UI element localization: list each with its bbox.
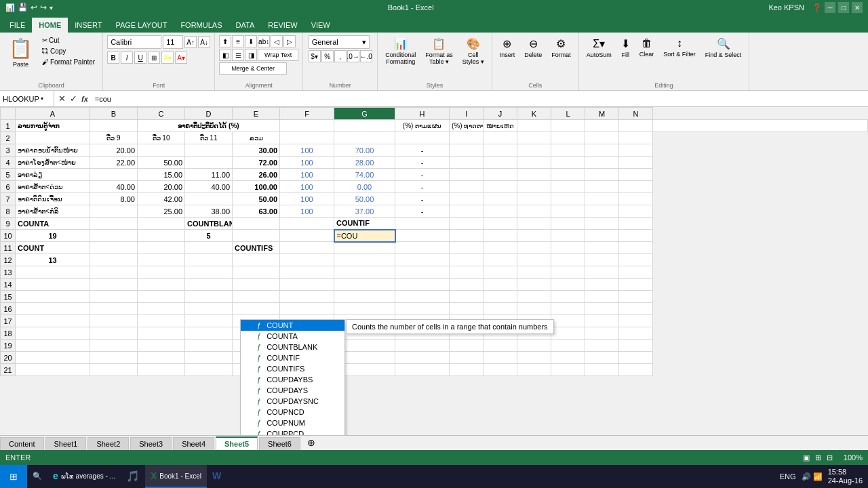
sort-filter-btn[interactable]: ↕ Sort & Filter [660, 35, 699, 60]
cell-L2[interactable] [551, 132, 585, 144]
cell-L3[interactable] [551, 144, 585, 157]
cell-F2[interactable] [280, 132, 334, 144]
sheet-tab-sheet3[interactable]: Sheet3 [130, 437, 172, 450]
align-bottom-btn[interactable]: ⬇ [245, 35, 257, 47]
cell-A8[interactable]: ອາຄາສ້ຳຕ<ກ​ໍ​ລິ [16, 205, 90, 218]
cell-M3[interactable] [585, 144, 619, 157]
cell-E1[interactable] [334, 120, 395, 132]
cell-F4[interactable]: 100 [280, 157, 334, 169]
cell-J4[interactable] [484, 157, 517, 169]
format-btn[interactable]: ⚙ Format [548, 35, 574, 60]
cell-D3[interactable] [185, 144, 233, 157]
cell-C10[interactable] [138, 230, 185, 242]
cell-J6[interactable] [484, 181, 517, 193]
cell-C2[interactable]: ຕື່ວ 10 [138, 132, 185, 144]
autocomplete-item-countblank[interactable]: ƒ COUNTBLANK [241, 342, 344, 352]
col-E-header[interactable]: E [233, 108, 280, 120]
cell-I2[interactable] [450, 132, 484, 144]
cell-I11[interactable] [450, 242, 484, 254]
border-button[interactable]: ⊞ [148, 52, 160, 64]
cell-E4[interactable]: 72.00 [233, 157, 280, 169]
sheet-tab-sheet1[interactable]: Sheet1 [45, 437, 87, 450]
cell-A10[interactable]: 19 [16, 230, 90, 242]
cell-I9[interactable] [450, 218, 484, 230]
autocomplete-item-coupncd[interactable]: ƒ COUPNCD [241, 407, 344, 418]
format-painter-button[interactable]: 🖌 Format Painter [39, 57, 98, 67]
col-B-header[interactable]: B [90, 108, 138, 120]
cell-B3[interactable]: 20.00 [90, 144, 138, 157]
find-select-btn[interactable]: 🔍 Find & Select [702, 35, 745, 60]
cell-C6[interactable]: 20.00 [138, 181, 185, 193]
font-increase-btn[interactable]: A↑ [184, 36, 197, 48]
align-right-btn[interactable]: ◨ [245, 49, 257, 61]
autocomplete-item-coupnum[interactable]: ƒ COUPNUM [241, 418, 344, 428]
normal-view-btn[interactable]: ▣ [803, 453, 810, 462]
sheet-tab-sheet2[interactable]: Sheet2 [87, 437, 129, 450]
cell-E3[interactable]: 30.00 [233, 144, 280, 157]
cell-D7[interactable] [185, 193, 233, 205]
cell-K12[interactable] [517, 254, 551, 266]
text-orient-btn[interactable]: ab↕ [258, 35, 270, 47]
autocomplete-item-coupdays[interactable]: ƒ COUPDAYS [241, 385, 344, 396]
cell-J5[interactable] [484, 169, 517, 181]
cell-A7[interactable]: ອາຄາຕຶດິນເຈື້ອນ [16, 193, 90, 205]
row-19-header[interactable]: 19 [1, 340, 16, 352]
row-14-header[interactable]: 14 [1, 279, 16, 291]
row-1-header[interactable]: 1 [1, 120, 16, 132]
font-decrease-btn[interactable]: A↓ [198, 36, 210, 48]
restore-btn[interactable]: □ [838, 2, 849, 13]
cell-H2[interactable] [395, 132, 450, 144]
align-top-btn[interactable]: ⬆ [219, 35, 231, 47]
row-6-header[interactable]: 6 [1, 181, 16, 193]
cell-D12[interactable] [185, 254, 233, 266]
cell-M8[interactable] [585, 205, 619, 218]
cell-F11[interactable] [280, 242, 334, 254]
row-21-header[interactable]: 21 [1, 364, 16, 376]
cell-I1[interactable] [517, 120, 551, 132]
tab-insert[interactable]: INSERT [68, 18, 108, 33]
tab-view[interactable]: VIEW [304, 18, 337, 33]
sheet-tab-sheet6[interactable]: Sheet6 [259, 437, 300, 450]
formula-input[interactable] [92, 95, 868, 103]
cell-H1[interactable]: ໝາຍ​ເຫດ [484, 120, 517, 132]
indent-decrease-btn[interactable]: ◁ [271, 35, 283, 47]
bold-button[interactable]: B [107, 52, 119, 64]
cell-H5[interactable]: - [395, 169, 450, 181]
corner-cell[interactable] [1, 108, 16, 120]
wrap-text-btn[interactable]: Wrap Text [258, 49, 298, 61]
cell-A6[interactable]: ອາຄາສ້ຳຕ<ດ່ວນ [16, 181, 90, 193]
cell-J2[interactable] [484, 132, 517, 144]
row-5-header[interactable]: 5 [1, 169, 16, 181]
cell-B10[interactable] [90, 230, 138, 242]
cut-button[interactable]: ✂ Cut [39, 35, 98, 45]
cell-H12[interactable] [395, 254, 450, 266]
comma-btn[interactable]: , [334, 50, 347, 62]
taskbar-excel[interactable]: X Book1 - Excel [145, 465, 207, 488]
cell-F9[interactable] [280, 218, 334, 230]
tab-review[interactable]: REVIEW [261, 18, 304, 33]
cell-B6[interactable]: 40.00 [90, 181, 138, 193]
cell-H4[interactable]: - [395, 157, 450, 169]
tab-data[interactable]: DATA [229, 18, 262, 33]
col-A-header[interactable]: A [16, 108, 90, 120]
cell-C3[interactable] [138, 144, 185, 157]
col-M-header[interactable]: M [585, 108, 619, 120]
row-3-header[interactable]: 3 [1, 144, 16, 157]
cell-C8[interactable]: 25.00 [138, 205, 185, 218]
cell-L6[interactable] [551, 181, 585, 193]
cell-E11[interactable]: COUNTIFS [233, 242, 280, 254]
cell-B8[interactable] [90, 205, 138, 218]
col-N-header[interactable]: N [619, 108, 653, 120]
taskbar-ie[interactable]: e ພໂທ averages - ... [47, 465, 121, 488]
autocomplete-item-coupdaybs[interactable]: ƒ COUPDAYBS [241, 374, 344, 385]
tab-page-layout[interactable]: PAGE LAYOUT [108, 18, 174, 33]
cell-B4[interactable]: 22.00 [90, 157, 138, 169]
cell-G3[interactable]: 70.00 [334, 144, 395, 157]
sheet-tab-sheet4[interactable]: Sheet4 [173, 437, 214, 450]
cell-C5[interactable]: 15.00 [138, 169, 185, 181]
cell-C4[interactable]: 50.00 [138, 157, 185, 169]
start-button[interactable]: ⊞ [0, 465, 27, 488]
cell-H6[interactable]: - [395, 181, 450, 193]
col-D-header[interactable]: D [185, 108, 233, 120]
cell-N2[interactable] [619, 132, 653, 144]
